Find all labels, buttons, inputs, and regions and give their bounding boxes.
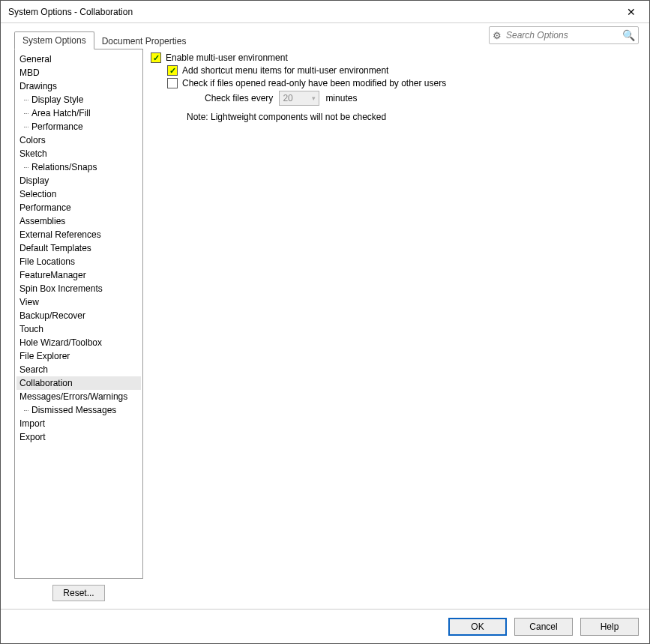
tree-node[interactable]: Hole Wizard/Toolbox	[16, 336, 141, 349]
tree-node[interactable]: Messages/Errors/Warnings	[16, 390, 141, 403]
chevron-down-icon: ▾	[312, 94, 316, 102]
tab-document-properties[interactable]: Document Properties	[94, 33, 194, 49]
tree-node[interactable]: Search	[16, 363, 141, 376]
tab-system-options[interactable]: System Options	[14, 31, 94, 49]
label-check-modified: Check if files opened read-only have bee…	[182, 78, 446, 88]
search-icon[interactable]: 🔍	[622, 29, 635, 41]
tree-node[interactable]: Backup/Recover	[16, 309, 141, 322]
tree-node[interactable]: Performance	[16, 201, 141, 214]
tree-node[interactable]: Import	[16, 417, 141, 430]
tree-node[interactable]: File Locations	[16, 255, 141, 268]
gear-icon: ⚙	[493, 30, 502, 41]
tree-node[interactable]: Area Hatch/Fill	[16, 106, 141, 120]
tree-node[interactable]: Drawings	[16, 79, 141, 93]
tree-node[interactable]: Spin Box Increments	[16, 282, 141, 295]
window-title: System Options - Collaboration	[8, 7, 616, 17]
dialog-footer: OK Cancel Help	[1, 609, 649, 643]
ok-button[interactable]: OK	[448, 618, 507, 636]
tree-node[interactable]: FeatureManager	[16, 268, 141, 282]
tree-node[interactable]: Sketch	[16, 147, 141, 160]
tree-node[interactable]: Dismissed Messages	[16, 403, 141, 417]
tree-node[interactable]: File Explorer	[16, 349, 141, 363]
tree-node[interactable]: Collaboration	[16, 376, 141, 390]
checkbox-add-shortcut[interactable]: ✓	[167, 65, 178, 76]
checkbox-check-modified[interactable]	[167, 78, 178, 88]
label-check-every-prefix: Check files every	[205, 93, 273, 103]
close-icon[interactable]: ✕	[616, 1, 646, 22]
note-text: Note: Lightweight components will not be…	[187, 112, 637, 122]
cancel-button[interactable]: Cancel	[514, 618, 573, 636]
tree-node[interactable]: Default Templates	[16, 241, 141, 255]
category-tree[interactable]: GeneralMBDDrawingsDisplay StyleArea Hatc…	[14, 49, 143, 579]
options-panel: ✓ Enable multi-user environment ✓ Add sh…	[143, 49, 642, 604]
tree-node[interactable]: General	[16, 52, 141, 66]
checkbox-enable-multiuser[interactable]: ✓	[151, 52, 161, 63]
search-box[interactable]: ⚙ 🔍	[489, 26, 639, 44]
tree-node[interactable]: Selection	[16, 187, 141, 201]
tabstrip: System Options Document Properties ⚙ 🔍	[1, 23, 649, 49]
tree-node[interactable]: Display	[16, 174, 141, 187]
spinner-value: 20	[283, 93, 292, 103]
tree-node[interactable]: Performance	[16, 120, 141, 133]
label-check-every-suffix: minutes	[325, 93, 357, 103]
tree-node[interactable]: External References	[16, 228, 141, 241]
tree-node[interactable]: Colors	[16, 133, 141, 147]
tree-node[interactable]: Touch	[16, 322, 141, 336]
reset-button[interactable]: Reset...	[52, 585, 105, 601]
label-enable-multiuser: Enable multi-user environment	[166, 52, 288, 63]
label-add-shortcut: Add shortcut menu items for multi-user e…	[182, 65, 388, 76]
help-button[interactable]: Help	[580, 618, 639, 636]
system-options-dialog: System Options - Collaboration ✕ System …	[0, 0, 650, 644]
search-input[interactable]	[505, 29, 622, 41]
tree-node[interactable]: Assemblies	[16, 214, 141, 228]
tree-node[interactable]: Export	[16, 430, 141, 444]
tree-node[interactable]: MBD	[16, 66, 141, 79]
tree-node[interactable]: View	[16, 295, 141, 309]
titlebar: System Options - Collaboration ✕	[1, 1, 649, 23]
tree-node[interactable]: Display Style	[16, 93, 141, 106]
spinner-check-interval[interactable]: 20 ▾	[279, 91, 319, 106]
tree-node[interactable]: Relations/Snaps	[16, 160, 141, 174]
